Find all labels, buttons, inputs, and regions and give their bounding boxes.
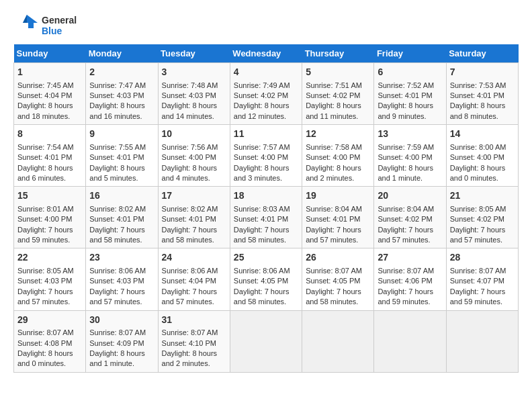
calendar-cell: 28 Sunrise: 8:07 AM Sunset: 4:07 PM Dayl… (446, 248, 518, 310)
sunrise: Sunrise: 8:06 AM (89, 267, 146, 275)
sunrise: Sunrise: 7:47 AM (89, 81, 146, 89)
sunrise: Sunrise: 8:02 AM (162, 205, 218, 213)
sunrise: Sunrise: 8:05 AM (450, 205, 506, 213)
daylight: Daylight: 7 hours and 58 minutes. (234, 226, 290, 244)
day-number: 24 (162, 251, 226, 265)
calendar-cell (302, 310, 374, 372)
daylight: Daylight: 8 hours and 5 minutes. (89, 164, 145, 182)
day-number: 30 (89, 314, 154, 327)
calendar-cell: 22 Sunrise: 8:05 AM Sunset: 4:03 PM Dayl… (14, 248, 86, 310)
sunset: Sunset: 4:00 PM (306, 153, 360, 161)
calendar-cell: 20 Sunrise: 8:04 AM Sunset: 4:02 PM Dayl… (374, 187, 446, 248)
sunrise: Sunrise: 8:00 AM (450, 143, 506, 151)
day-number: 6 (378, 66, 442, 79)
page-header: General Blue (13, 13, 519, 38)
header-row: SundayMondayTuesdayWednesdayThursdayFrid… (14, 44, 519, 63)
column-header-sunday: Sunday (14, 44, 86, 63)
sunset: Sunset: 4:05 PM (306, 277, 360, 285)
week-row: 1 Sunrise: 7:45 AM Sunset: 4:04 PM Dayli… (14, 63, 519, 125)
calendar-cell: 11 Sunrise: 7:57 AM Sunset: 4:00 PM Dayl… (230, 125, 302, 187)
day-number: 23 (89, 251, 154, 265)
sunset: Sunset: 4:00 PM (234, 153, 288, 161)
daylight: Daylight: 8 hours and 4 minutes. (162, 164, 218, 182)
sunrise: Sunrise: 7:59 AM (378, 143, 434, 151)
sunrise: Sunrise: 7:48 AM (162, 81, 218, 89)
daylight: Daylight: 7 hours and 59 minutes. (450, 287, 506, 306)
calendar-cell: 7 Sunrise: 7:53 AM Sunset: 4:01 PM Dayli… (446, 63, 518, 125)
day-number: 25 (234, 251, 298, 265)
sunrise: Sunrise: 7:49 AM (234, 81, 290, 89)
sunrise: Sunrise: 8:04 AM (306, 205, 362, 213)
logo-text-blue: Blue (42, 26, 77, 36)
sunset: Sunset: 4:01 PM (234, 215, 288, 223)
sunrise: Sunrise: 7:55 AM (89, 143, 146, 151)
column-header-monday: Monday (86, 44, 158, 63)
sunrise: Sunrise: 8:05 AM (17, 267, 74, 275)
daylight: Daylight: 7 hours and 58 minutes. (234, 287, 290, 306)
day-number: 8 (17, 128, 82, 141)
calendar-cell: 3 Sunrise: 7:48 AM Sunset: 4:03 PM Dayli… (158, 63, 230, 125)
sunset: Sunset: 4:05 PM (234, 277, 288, 285)
day-number: 26 (306, 251, 370, 265)
day-number: 11 (234, 128, 298, 141)
day-number: 3 (162, 66, 226, 79)
day-number: 27 (378, 251, 442, 265)
daylight: Daylight: 7 hours and 58 minutes. (162, 226, 218, 244)
sunset: Sunset: 4:01 PM (306, 215, 360, 223)
logo-bird-icon (13, 13, 38, 38)
daylight: Daylight: 7 hours and 57 minutes. (17, 287, 73, 306)
calendar-cell: 12 Sunrise: 7:58 AM Sunset: 4:00 PM Dayl… (302, 125, 374, 187)
day-number: 28 (450, 251, 515, 265)
calendar-cell: 23 Sunrise: 8:06 AM Sunset: 4:03 PM Dayl… (86, 248, 158, 310)
day-number: 31 (162, 314, 226, 327)
sunset: Sunset: 4:06 PM (378, 277, 432, 285)
day-number: 18 (234, 189, 298, 203)
calendar-cell: 10 Sunrise: 7:56 AM Sunset: 4:00 PM Dayl… (158, 125, 230, 187)
sunrise: Sunrise: 8:04 AM (378, 205, 434, 213)
sunset: Sunset: 4:01 PM (378, 91, 432, 99)
sunset: Sunset: 4:01 PM (89, 153, 144, 161)
day-number: 1 (17, 66, 82, 79)
sunrise: Sunrise: 8:07 AM (17, 328, 74, 336)
sunrise: Sunrise: 8:07 AM (450, 267, 506, 275)
daylight: Daylight: 7 hours and 59 minutes. (17, 226, 73, 244)
daylight: Daylight: 7 hours and 57 minutes. (162, 287, 218, 306)
week-row: 29 Sunrise: 8:07 AM Sunset: 4:08 PM Dayl… (14, 310, 519, 372)
daylight: Daylight: 8 hours and 3 minutes. (234, 164, 290, 182)
logo-text-general: General (42, 15, 77, 26)
sunset: Sunset: 4:00 PM (450, 153, 504, 161)
daylight: Daylight: 7 hours and 58 minutes. (89, 226, 145, 244)
calendar-cell: 21 Sunrise: 8:05 AM Sunset: 4:02 PM Dayl… (446, 187, 518, 248)
calendar-cell: 24 Sunrise: 8:06 AM Sunset: 4:04 PM Dayl… (158, 248, 230, 310)
calendar-cell: 19 Sunrise: 8:04 AM Sunset: 4:01 PM Dayl… (302, 187, 374, 248)
sunset: Sunset: 4:02 PM (306, 91, 360, 99)
calendar-cell: 4 Sunrise: 7:49 AM Sunset: 4:02 PM Dayli… (230, 63, 302, 125)
calendar-cell: 14 Sunrise: 8:00 AM Sunset: 4:00 PM Dayl… (446, 125, 518, 187)
day-number: 29 (17, 314, 82, 327)
calendar-cell: 27 Sunrise: 8:07 AM Sunset: 4:06 PM Dayl… (374, 248, 446, 310)
day-number: 12 (306, 128, 370, 141)
calendar-cell: 2 Sunrise: 7:47 AM Sunset: 4:03 PM Dayli… (86, 63, 158, 125)
sunrise: Sunrise: 7:58 AM (306, 143, 362, 151)
daylight: Daylight: 8 hours and 1 minute. (378, 164, 433, 182)
daylight: Daylight: 8 hours and 0 minutes. (450, 164, 506, 182)
sunrise: Sunrise: 7:57 AM (234, 143, 290, 151)
sunset: Sunset: 4:04 PM (17, 91, 72, 99)
calendar-header: SundayMondayTuesdayWednesdayThursdayFrid… (14, 44, 519, 63)
calendar-cell: 5 Sunrise: 7:51 AM Sunset: 4:02 PM Dayli… (302, 63, 374, 125)
daylight: Daylight: 8 hours and 0 minutes. (17, 349, 73, 367)
sunset: Sunset: 4:02 PM (378, 215, 432, 223)
sunset: Sunset: 4:04 PM (162, 277, 216, 285)
calendar-cell: 25 Sunrise: 8:06 AM Sunset: 4:05 PM Dayl… (230, 248, 302, 310)
calendar-cell: 8 Sunrise: 7:54 AM Sunset: 4:01 PM Dayli… (14, 125, 86, 187)
day-number: 13 (378, 128, 442, 141)
week-row: 8 Sunrise: 7:54 AM Sunset: 4:01 PM Dayli… (14, 125, 519, 187)
sunset: Sunset: 4:08 PM (17, 339, 72, 347)
daylight: Daylight: 7 hours and 57 minutes. (89, 287, 145, 306)
calendar-cell (230, 310, 302, 372)
sunrise: Sunrise: 8:01 AM (17, 205, 74, 213)
sunset: Sunset: 4:03 PM (89, 277, 144, 285)
sunrise: Sunrise: 8:02 AM (89, 205, 146, 213)
sunrise: Sunrise: 7:54 AM (17, 143, 74, 151)
day-number: 14 (450, 128, 515, 141)
